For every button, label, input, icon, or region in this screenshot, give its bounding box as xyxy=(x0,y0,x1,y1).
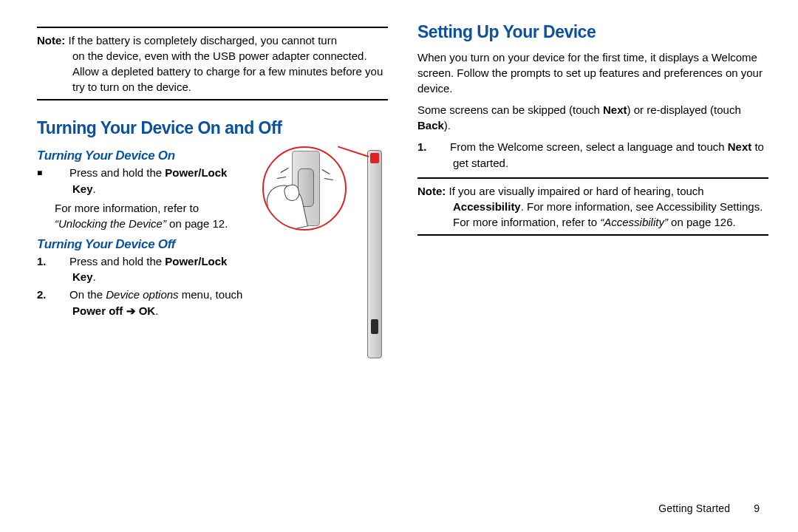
step-number-1: 1. xyxy=(435,139,450,155)
off-step-1: 1.Press and hold the Power/Lock Key. xyxy=(55,253,249,286)
off-step-2: 2.On the Device options menu, touch Powe… xyxy=(55,287,249,319)
on-off-body: Turning Your Device On ■Press and hold t… xyxy=(37,143,388,379)
rule xyxy=(417,234,768,236)
left-column: Note: If the battery is completely disch… xyxy=(37,22,388,517)
device-side-icon xyxy=(367,150,382,358)
accessibility-note: Note: If you are visually impaired or ha… xyxy=(417,183,768,230)
on-off-text: Turning Your Device On ■Press and hold t… xyxy=(37,143,249,379)
thumb-press-icon xyxy=(268,179,311,231)
n2bold: Accessibility xyxy=(453,200,521,213)
off-s2-pre: On the xyxy=(69,288,106,301)
note-continuation: on the device, even with the USB power a… xyxy=(37,48,388,95)
rule xyxy=(417,177,768,179)
square-bullet-icon: ■ xyxy=(55,167,69,180)
on-bullet: ■Press and hold the Power/Lock Key. xyxy=(55,165,249,197)
on-text-pre: Press and hold the xyxy=(69,166,165,179)
on-info-quote: “Unlocking the Device” xyxy=(55,217,169,230)
p2c: ). xyxy=(444,119,451,132)
on-info-post: on page 12. xyxy=(169,217,228,230)
n2quote: “Accessibility” xyxy=(600,216,668,228)
on-info-pre: For more information, refer to xyxy=(55,202,199,214)
s1a: From the Welcome screen, select a langua… xyxy=(450,140,728,153)
off-s1-pre: Press and hold the xyxy=(69,255,165,267)
n2c: on page 126. xyxy=(668,216,736,228)
manual-page: Note: If the battery is completely disch… xyxy=(0,0,798,532)
port-indicator-icon xyxy=(371,319,378,334)
p2b1: Next xyxy=(603,103,627,116)
heading-setup: Setting Up Your Device xyxy=(417,22,768,42)
off-s2-bold2: OK xyxy=(139,304,156,317)
setup-skip: Some screens can be skipped (touch Next)… xyxy=(417,102,768,133)
off-s2-mid: menu, touch xyxy=(179,288,243,301)
motion-line-icon xyxy=(324,178,333,180)
setup-intro: When you turn on your device for the fir… xyxy=(417,50,768,96)
motion-line-icon xyxy=(322,169,330,174)
rule xyxy=(37,99,388,100)
p2a: Some screens can be skipped (touch xyxy=(417,103,603,116)
footer-section: Getting Started xyxy=(658,502,730,514)
period: . xyxy=(93,183,96,195)
period: . xyxy=(155,304,158,317)
motion-line-icon xyxy=(281,168,289,173)
on-more-info: For more information, refer to “Unlockin… xyxy=(55,200,249,231)
p2b: ) or re-displayed (touch xyxy=(627,103,741,116)
s1b: Next xyxy=(728,140,752,153)
p2b2: Back xyxy=(417,119,444,132)
step-number-1: 1. xyxy=(55,253,69,270)
note2-cont: Accessibility. For more information, see… xyxy=(417,199,768,230)
off-s2-bold1: Power off xyxy=(72,304,123,317)
period: . xyxy=(93,270,96,283)
callout-line-icon xyxy=(338,146,369,157)
heading-on-off: Turning Your Device On and Off xyxy=(37,118,388,138)
arrow-icon: ➔ xyxy=(123,304,138,317)
note-label: Note: xyxy=(37,34,65,47)
note-first-line: If the battery is completely discharged,… xyxy=(69,34,338,47)
power-key-indicator-icon xyxy=(370,153,379,163)
footer-page-number: 9 xyxy=(754,502,760,514)
step-number-2: 2. xyxy=(55,287,69,303)
rule xyxy=(37,27,388,28)
page-footer: Getting Started 9 xyxy=(658,502,760,514)
subheading-on: Turning Your Device On xyxy=(37,149,249,163)
battery-note: Note: If the battery is completely disch… xyxy=(37,33,388,95)
magnifier-circle-icon xyxy=(262,146,347,231)
power-key-diagram xyxy=(262,143,388,379)
setup-step-1: 1.From the Welcome screen, select a lang… xyxy=(435,139,768,171)
n2a: If you are visually impaired or hard of … xyxy=(449,185,704,197)
subheading-off: Turning Your Device Off xyxy=(37,237,249,252)
note-label: Note: xyxy=(417,185,446,197)
right-column: Setting Up Your Device When you turn on … xyxy=(417,22,768,517)
off-s2-italic: Device options xyxy=(106,288,178,301)
